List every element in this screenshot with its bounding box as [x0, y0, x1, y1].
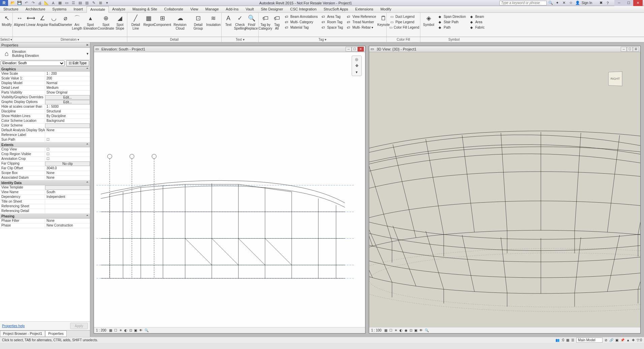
- view-maximize-button[interactable]: ☐: [627, 47, 633, 51]
- symbol-area-button[interactable]: ◆Area: [469, 20, 485, 24]
- group-label-dimension[interactable]: Dimension ▾: [13, 37, 127, 42]
- prop-row[interactable]: Scale Value 1:200: [0, 76, 90, 81]
- tab-vault[interactable]: Vault: [242, 6, 257, 12]
- filter-icon[interactable]: ▽:0: [637, 338, 642, 342]
- symbol-stair-path-button[interactable]: ◆Stair Path: [438, 20, 466, 24]
- dimension-spot-slope-button[interactable]: ◢Spot Slope: [114, 13, 126, 31]
- text-find--replace-button[interactable]: 🔍Find/ Replace: [246, 13, 257, 31]
- tab-extensions[interactable]: Extensions: [352, 6, 377, 12]
- prop-row[interactable]: PhaseNew Construction: [0, 223, 90, 228]
- tab-systems[interactable]: Systems: [49, 6, 70, 12]
- select-underlay-icon[interactable]: ▣: [615, 338, 618, 342]
- prop-row[interactable]: Annotation Crop: [0, 157, 90, 162]
- exchange-icon[interactable]: ✕: [561, 0, 567, 6]
- prop-value[interactable]: South: [45, 190, 90, 195]
- text-text-button[interactable]: AText: [223, 13, 234, 27]
- prop-value[interactable]: Independent: [45, 195, 90, 199]
- group-label-tag[interactable]: Tag ▾: [259, 37, 387, 42]
- workset-label[interactable]: :0: [561, 338, 564, 342]
- symbol-button[interactable]: ◈Symbol: [422, 13, 436, 27]
- view-minimize-button[interactable]: ─: [621, 47, 627, 51]
- dimension-angular-button[interactable]: ∠Angular: [37, 13, 48, 27]
- collapse-icon[interactable]: ⌃: [86, 67, 89, 71]
- maximize-button[interactable]: ☐: [624, 0, 633, 6]
- infocenter-icon[interactable]: 🔍: [548, 0, 553, 6]
- tag-beam-annotations-button[interactable]: 🏷Beam Annotations: [284, 14, 318, 19]
- symbol-span-direction-button[interactable]: ◆Span Direction: [438, 14, 466, 19]
- app-logo[interactable]: R: [0, 0, 8, 6]
- tag-material-tag-button[interactable]: 🏷Material Tag: [284, 25, 318, 30]
- prop-row[interactable]: Scope BoxNone: [0, 171, 90, 176]
- workset-icon[interactable]: 👥: [555, 338, 559, 342]
- tab-annotate[interactable]: Annotate: [87, 6, 109, 13]
- prop-value[interactable]: Medium: [45, 86, 90, 90]
- elevation-canvas[interactable]: ◎ ✥ ▾: [94, 52, 365, 327]
- prop-value[interactable]: Background: [45, 119, 90, 123]
- dimension-spot-coordinate-button[interactable]: ⊕Spot Coordinate: [98, 13, 114, 31]
- collapse-icon[interactable]: ⌃: [86, 143, 89, 147]
- prop-row[interactable]: Crop View: [0, 147, 90, 152]
- detail-insulation-button[interactable]: ≋Insulation: [207, 13, 220, 27]
- visual-style-icon[interactable]: ☐: [389, 328, 392, 332]
- exchange-apps-icon[interactable]: ✖: [598, 0, 604, 6]
- tag-multi-category-button[interactable]: 🏷Multi- Category: [284, 20, 318, 24]
- prop-row[interactable]: Detail LevelMedium: [0, 86, 90, 91]
- tab-analyze[interactable]: Analyze: [109, 6, 129, 12]
- editable-only-icon[interactable]: ▦: [566, 338, 569, 342]
- tag-multi-rebar--button[interactable]: 🏷Multi- Rebar ▾: [346, 25, 376, 30]
- prop-row[interactable]: Referencing Sheet: [0, 204, 90, 209]
- properties-tab[interactable]: Properties: [45, 330, 67, 337]
- model-select[interactable]: Main Model: [576, 338, 603, 343]
- qat-item[interactable]: ▭: [64, 0, 69, 6]
- prop-value[interactable]: [45, 133, 90, 137]
- qat-item[interactable]: ✎: [91, 0, 96, 6]
- prop-value[interactable]: No clip: [45, 162, 90, 166]
- group-label-select[interactable]: Select ▾: [0, 37, 13, 42]
- design-options-icon[interactable]: ☰: [571, 338, 574, 342]
- prop-value[interactable]: Show Original: [45, 91, 90, 95]
- prop-value[interactable]: [45, 200, 90, 204]
- reveal-icon[interactable]: 🔍: [144, 328, 149, 332]
- help-icon[interactable]: ?: [605, 0, 610, 6]
- prop-value[interactable]: New Construction: [45, 223, 90, 228]
- crop-icon[interactable]: ⊡: [129, 328, 132, 332]
- prop-row[interactable]: Color Scheme LocationBackground: [0, 119, 90, 124]
- prop-row[interactable]: Far Clip Offset3048.0: [0, 166, 90, 171]
- prop-value[interactable]: [45, 147, 90, 152]
- crop-visible-icon[interactable]: ▣: [134, 328, 137, 332]
- minimize-button[interactable]: ─: [614, 0, 624, 6]
- redo-icon[interactable]: ↷: [30, 0, 36, 6]
- qat-item[interactable]: A: [51, 0, 56, 6]
- sun-path-icon[interactable]: ☀: [394, 328, 397, 332]
- shadows-icon[interactable]: ◐: [399, 328, 402, 332]
- prop-row[interactable]: Referencing Detail: [0, 209, 90, 214]
- detail-detail-line-button[interactable]: ╱Detail Line: [129, 13, 143, 31]
- tab-site-designer[interactable]: Site Designer: [257, 6, 287, 12]
- prop-value[interactable]: By Discipline: [45, 114, 90, 118]
- dimension-arc-length-button[interactable]: ⌒Arc Length: [71, 13, 83, 31]
- symbol-fabric-button[interactable]: ◆Fabric: [469, 25, 485, 30]
- qat-item[interactable]: ▥: [84, 0, 90, 6]
- prop-value[interactable]: None: [45, 219, 90, 223]
- prop-row[interactable]: Title on Sheet: [0, 200, 90, 204]
- tab-strucsoft[interactable]: StrucSoft Apps: [320, 6, 352, 12]
- close-panel-icon[interactable]: ✕: [86, 43, 89, 47]
- view-close-button[interactable]: ✕: [358, 47, 364, 51]
- modify-button[interactable]: ↖ Modify: [1, 13, 12, 27]
- type-selector[interactable]: ⌂ Elevation Building Elevation ▾: [0, 48, 90, 60]
- temp-hide-icon[interactable]: 👁: [139, 328, 142, 332]
- select-links-icon[interactable]: 🔗: [609, 338, 613, 342]
- 3d-canvas[interactable]: RIGHT: [369, 52, 640, 327]
- tag-area-tag-button[interactable]: 🏷Area Tag: [321, 14, 343, 19]
- tab-massing-site[interactable]: Massing & Site: [129, 6, 161, 12]
- colorfill-color-fill-legend-button[interactable]: ▭Color Fill Legend: [389, 25, 417, 30]
- prop-value[interactable]: 200: [45, 76, 90, 81]
- print-icon[interactable]: 🖨: [37, 0, 42, 6]
- prop-value[interactable]: 1 : 5000: [45, 105, 90, 109]
- view-scale[interactable]: 1 : 200: [96, 328, 106, 332]
- tab-collaborate[interactable]: Collaborate: [161, 6, 187, 12]
- prop-row[interactable]: Far ClippingNo clip: [0, 162, 90, 166]
- tab-insert[interactable]: Insert: [70, 6, 87, 12]
- view-close-button[interactable]: ☒: [633, 47, 639, 51]
- crop-icon[interactable]: ⊡: [410, 328, 412, 332]
